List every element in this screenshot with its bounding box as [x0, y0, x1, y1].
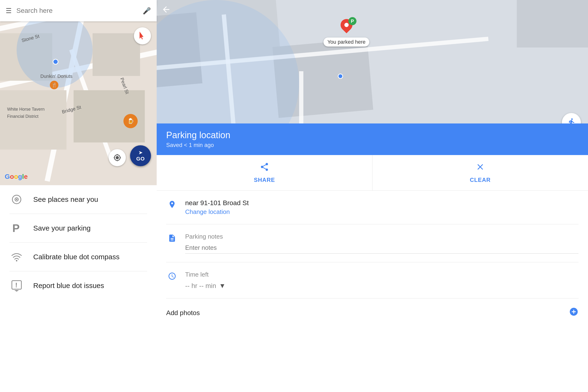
- add-photos-row[interactable]: Add photos: [157, 298, 588, 327]
- menu-item-label-report: Report blue dot issues: [33, 282, 104, 290]
- clock-icon: [166, 271, 178, 283]
- left-panel: ☰ 🎤 Stone St P: [0, 0, 157, 392]
- svg-point-10: [16, 260, 17, 262]
- map-label-financial: Financial District: [7, 114, 38, 119]
- go-button[interactable]: ➤ GO: [130, 145, 151, 166]
- change-location-link[interactable]: Change location: [185, 208, 579, 216]
- map-label-white-horse: White Horse Tavern: [7, 107, 45, 112]
- location-pin-icon: [166, 199, 178, 211]
- search-bar: ☰ 🎤: [0, 0, 157, 21]
- parking-title: Parking location: [166, 130, 579, 140]
- add-photos-label: Add photos: [166, 309, 200, 317]
- time-selector[interactable]: -- hr -- min ▼: [185, 282, 579, 290]
- location-center-button[interactable]: [109, 149, 126, 166]
- svg-point-8: [16, 199, 17, 200]
- svg-marker-13: [14, 290, 19, 292]
- action-row: SHARE CLEAR: [157, 155, 588, 191]
- notes-label: Parking notes: [185, 233, 579, 240]
- details-section: near 91-101 Broad St Change location Par…: [157, 191, 588, 298]
- share-icon: [260, 162, 269, 174]
- parking-pin: P You parked here: [324, 19, 369, 46]
- cursor-button[interactable]: [134, 27, 151, 44]
- wifi-icon: [9, 250, 24, 264]
- share-label: SHARE: [254, 177, 275, 183]
- user-dot-right: [338, 74, 343, 79]
- mic-icon[interactable]: 🎤: [143, 7, 151, 15]
- search-input[interactable]: [16, 7, 138, 14]
- map-area: Stone St Pearl St Bridge St White Horse …: [0, 0, 157, 185]
- bottom-menu: See places near you P Save your parking: [0, 185, 157, 392]
- time-value: -- hr -- min: [185, 282, 216, 290]
- parking-subtitle: Saved < 1 min ago: [166, 142, 579, 148]
- right-panel: P You parked here Parking location Saved…: [157, 0, 588, 392]
- share-button[interactable]: SHARE: [157, 155, 372, 190]
- svg-text:!: !: [15, 281, 17, 289]
- bar-icon: 🍺: [123, 114, 138, 128]
- svg-point-0: [116, 156, 119, 159]
- map-label-dunkin: Dunkin' Donuts: [40, 74, 72, 79]
- parked-here-label: You parked here: [324, 38, 369, 46]
- back-button[interactable]: [161, 5, 171, 16]
- add-photos-icon[interactable]: [569, 307, 579, 319]
- clear-label: CLEAR: [470, 177, 491, 183]
- notes-input[interactable]: [185, 244, 579, 254]
- address-content: near 91-101 Broad St Change location: [185, 199, 579, 216]
- google-logo: Google: [5, 173, 27, 180]
- menu-item-save-parking[interactable]: P Save your parking: [9, 221, 147, 235]
- address-row: near 91-101 Broad St Change location: [166, 191, 579, 224]
- parking-p-icon: P: [9, 221, 24, 235]
- right-map: P You parked here: [157, 0, 588, 124]
- notes-content: Parking notes: [185, 233, 579, 254]
- menu-item-report[interactable]: ! Report blue dot issues: [9, 278, 147, 293]
- menu-item-label-places: See places near you: [33, 196, 98, 204]
- address-text: near 91-101 Broad St: [185, 199, 579, 207]
- exclamation-icon: !: [9, 278, 24, 293]
- parking-notes-row: Parking notes: [166, 224, 579, 262]
- circle-dot-icon: [9, 192, 24, 206]
- menu-item-label-parking: Save your parking: [33, 224, 91, 232]
- menu-item-calibrate[interactable]: Calibrate blue dot compass: [9, 250, 147, 264]
- clear-button[interactable]: CLEAR: [372, 155, 588, 190]
- notes-icon: [166, 233, 178, 245]
- parking-header: Parking location Saved < 1 min ago: [157, 124, 588, 155]
- menu-item-places-near[interactable]: See places near you: [9, 192, 147, 206]
- clear-icon: [476, 162, 485, 174]
- menu-item-label-calibrate: Calibrate blue dot compass: [33, 253, 120, 261]
- time-content: Time left -- hr -- min ▼: [185, 271, 579, 290]
- user-location-dot: [53, 59, 58, 64]
- time-left-row: Time left -- hr -- min ▼: [166, 262, 579, 298]
- time-dropdown-arrow[interactable]: ▼: [219, 282, 226, 290]
- svg-text:P: P: [12, 222, 20, 234]
- time-label: Time left: [185, 271, 579, 278]
- menu-icon[interactable]: ☰: [6, 7, 12, 15]
- dunkin-icon: 🍴: [50, 81, 58, 89]
